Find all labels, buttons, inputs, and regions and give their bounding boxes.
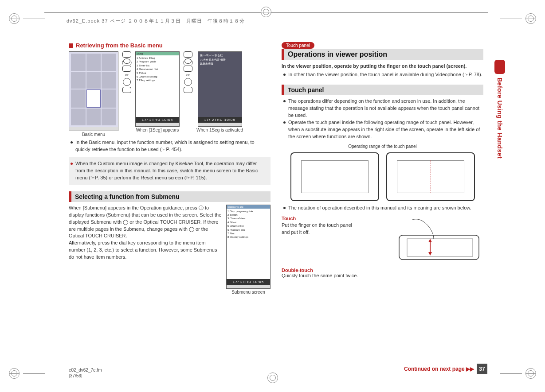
- footer-file-info: e02_dv62_7e.fm [37/56]: [69, 367, 102, 379]
- page-content: Retrieving from the Basic menu Basic men…: [69, 42, 483, 361]
- body-text: The notation of operation described in t…: [288, 205, 471, 212]
- main-heading: Operations in viewer position: [284, 49, 483, 60]
- bullet-icon: [283, 100, 286, 102]
- double-touch-label: Double-touch: [282, 268, 483, 273]
- key-illustration: () or: [181, 51, 195, 93]
- figures-row: Basic menu () or 1Seg 1 Activate 1Seg 2 …: [69, 51, 271, 137]
- svg-marker-3: [428, 239, 432, 242]
- crop-mark-icon: [525, 368, 536, 379]
- footer-file-page: [37/56]: [69, 373, 102, 379]
- operating-range-figure: [282, 152, 483, 201]
- subsection-heading: Touch panel: [282, 85, 483, 95]
- list-item: 5 Channel list: [227, 224, 269, 228]
- crop-mark-icon: [9, 368, 20, 379]
- crop-mark-icon: [9, 13, 20, 24]
- one-seg-menu-screenshot: 1Seg 1 Activate 1Seg 2 Program guide 3 T…: [135, 51, 180, 127]
- list-item: 2 Program guide: [137, 60, 178, 63]
- body-text: Put the finger on the touch panel and pu…: [282, 222, 357, 236]
- section-title: Retrieving from the Basic menu: [76, 42, 163, 49]
- clock-display: 17/ 2THU 10:05: [198, 117, 242, 123]
- clock-display: 17/ 2THU 10:05: [136, 117, 179, 123]
- list-item: 6 Channel setting: [137, 75, 178, 78]
- list-item: 2 Switch: [227, 213, 269, 217]
- bullet-icon: [71, 163, 73, 165]
- list-item: 3 ChannelView: [227, 217, 269, 220]
- figure-caption: When [1Seg] appears: [136, 128, 179, 133]
- list-item: 5 TVlink: [137, 71, 178, 75]
- body-text: In other than the viewer position, the t…: [288, 71, 482, 78]
- or-label: or: [186, 73, 190, 77]
- list-item: 7 1Seg settings: [137, 78, 178, 82]
- bullet-icon: [283, 74, 286, 76]
- page-number: 37: [477, 364, 487, 374]
- or-label: or: [125, 73, 129, 77]
- footer-file-name: e02_dv62_7e.fm: [69, 367, 102, 373]
- continued-text: Continued on next page ▶▶: [404, 366, 474, 372]
- body-text: The operations differ depending on the f…: [288, 98, 483, 119]
- list-item: 4 Silent: [227, 221, 269, 224]
- section-marker-icon: [69, 43, 73, 48]
- list-header: Submenu 1/3: [227, 205, 270, 209]
- heading-text: Selecting a function from Submenu: [71, 191, 271, 202]
- body-text: In the Basic menu, input the function nu…: [75, 139, 271, 153]
- clock-display: 17/ 2THU 10:05: [227, 279, 270, 285]
- body-text: Operate the touch panel inside the follo…: [288, 119, 483, 140]
- note-text: When the Custom menu image is changed by…: [75, 160, 267, 182]
- key-illustration: () or: [120, 51, 133, 93]
- section-side-tab: Before Using the Handset: [494, 60, 505, 163]
- touch-label: Touch: [282, 215, 357, 222]
- basic-menu-screenshot: [69, 51, 118, 131]
- touch-gesture-illustration: [362, 215, 483, 264]
- list-item: 6 Program info: [227, 228, 269, 232]
- figure-caption: Submenu screen: [231, 290, 265, 295]
- figure-caption: When 1Seg is activated: [196, 128, 243, 133]
- bullet-icon: [283, 121, 286, 124]
- intro-text: In the viewer position, operate by putti…: [282, 63, 483, 70]
- list-item: 3 Timer list: [137, 64, 178, 67]
- header-file-line: dv62_E.book 37 ページ ２００８年１１月３日 月曜日 午後８時１８…: [67, 18, 430, 24]
- crop-mark-icon: [267, 373, 278, 383]
- list-item: 1 Disp program guide: [227, 210, 269, 213]
- right-column: Touch panel Operations in viewer positio…: [282, 42, 483, 361]
- figure-label: Operating range of the touch panel: [282, 144, 483, 149]
- left-column: Retrieving from the Basic menu Basic men…: [69, 42, 271, 361]
- subsection-heading: Selecting a function from Submenu: [69, 191, 271, 202]
- svg-marker-4: [428, 252, 432, 256]
- bullet-icon: [71, 141, 73, 144]
- body-text: Quickly touch the same point twice.: [282, 273, 483, 278]
- figure-caption: Basic menu: [82, 132, 105, 137]
- list-header: 1Seg: [136, 52, 179, 55]
- list-item: 1 Activate 1Seg: [137, 56, 178, 60]
- list-item: 7 Rec: [227, 232, 269, 235]
- note-box: When the Custom menu image is changed by…: [69, 157, 271, 185]
- list-item: 8 Display settings: [227, 235, 269, 239]
- crop-mark-icon: [261, 7, 271, 17]
- svg-rect-1: [407, 239, 473, 256]
- body-text: When [Submenu] appears in the Operation …: [69, 205, 222, 261]
- crop-mark-icon: [525, 13, 536, 24]
- heading-text: Touch panel: [284, 85, 483, 95]
- continued-indicator: Continued on next page ▶▶ 37: [404, 364, 487, 374]
- submenu-screenshot: Submenu 1/3 1 Disp program guide 2 Switc…: [226, 205, 271, 289]
- category-pill: Touch panel: [282, 42, 314, 49]
- bullet-icon: [283, 207, 286, 209]
- one-seg-activated-screenshot: 第○○回 ○○○ 歌合戦○○大会 日本代表 優勝異気象情報 17/ 2THU 1…: [198, 51, 242, 127]
- list-item: 4 Reserve rec hist: [137, 67, 178, 71]
